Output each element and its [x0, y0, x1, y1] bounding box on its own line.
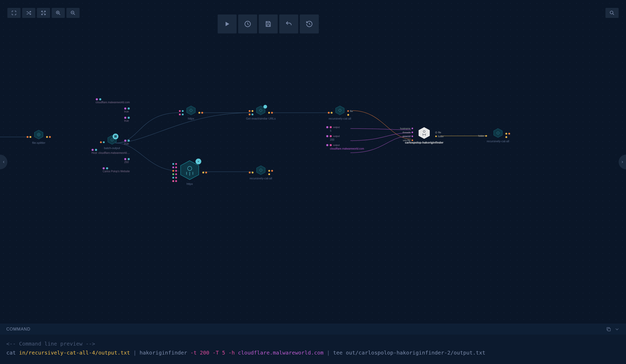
node-recursively-2[interactable]: recursively-cat-all	[250, 165, 272, 180]
zoom-in-button[interactable]	[52, 8, 65, 18]
expand-button[interactable]	[37, 8, 50, 18]
node-recursively-1[interactable]: file recursively-cat-all	[329, 105, 351, 120]
badge-icon	[195, 159, 201, 164]
svg-rect-8	[114, 135, 115, 136]
node-label: httpx	[186, 117, 196, 120]
svg-marker-20	[257, 166, 265, 175]
badge-icon	[113, 134, 118, 139]
status-dot	[263, 105, 267, 109]
schedule-button[interactable]	[238, 14, 257, 33]
view-controls-left	[7, 8, 80, 18]
svg-marker-14	[336, 106, 344, 115]
node-recursively-3[interactable]: recursively-cat-all	[487, 128, 509, 143]
node-batch-output[interactable]: batch-output	[104, 135, 120, 150]
command-title: COMMAND	[6, 327, 30, 332]
node-file-splitter[interactable]: file-splitter	[32, 130, 45, 144]
node-label: recursively-cat-all	[487, 140, 509, 143]
svg-rect-21	[608, 328, 610, 331]
history-button[interactable]	[300, 14, 319, 33]
node-layer: file-splitter cloudflare.malwareworld.co…	[0, 0, 626, 324]
recursively3-input-label: folder	[478, 135, 487, 137]
node-label: recursively-cat-all	[250, 177, 272, 180]
svg-marker-4	[35, 130, 43, 139]
node-label: file-splitter	[32, 141, 45, 144]
svg-point-3	[610, 11, 613, 14]
svg-rect-10	[114, 137, 115, 138]
command-body: <-- Command line preview --> cat in/recu…	[0, 335, 626, 364]
svg-marker-15	[419, 127, 429, 139]
node-label: httpx	[179, 182, 200, 185]
shuffle-button[interactable]	[22, 8, 35, 18]
search-button[interactable]	[605, 8, 619, 18]
hakorigin-outputs: file folder	[435, 131, 444, 138]
app: file-splitter cloudflare.malwareworld.co…	[0, 0, 626, 364]
svg-marker-17	[494, 129, 502, 137]
copy-icon[interactable]	[606, 327, 611, 332]
undo-button[interactable]	[279, 14, 298, 33]
node-label: recursively-cat-all	[329, 117, 351, 120]
node-httpx-2[interactable]: httpx	[179, 160, 200, 185]
save-button[interactable]	[259, 14, 278, 33]
svg-rect-9	[116, 135, 117, 136]
command-comment: <-- Command line preview -->	[6, 339, 620, 348]
command-line: cat in/recursively-cat-all-4/output.txt …	[6, 348, 620, 357]
node-httpx-1[interactable]: httpx	[186, 105, 196, 120]
svg-marker-18	[181, 161, 199, 180]
node-label: batch-output	[104, 146, 120, 150]
zoom-out-button[interactable]	[66, 8, 80, 18]
svg-rect-11	[116, 137, 117, 138]
chevron-down-icon[interactable]	[614, 327, 620, 332]
command-header: COMMAND	[0, 324, 626, 335]
hakorigin-params: output5 output200 outputcloudflare.malwa…	[326, 126, 364, 150]
node-get-urls[interactable]: Get exact/similar URLs	[246, 105, 276, 120]
node-label: carlospolop-hakoriginfinder	[405, 141, 443, 144]
canvas[interactable]: file-splitter cloudflare.malwareworld.co…	[0, 0, 626, 324]
node-label: Get exact/similar URLs	[246, 117, 276, 120]
svg-marker-12	[187, 106, 195, 115]
play-button[interactable]	[218, 14, 237, 33]
run-controls	[218, 14, 319, 33]
fullscreen-button[interactable]	[7, 8, 21, 18]
command-panel: COMMAND <-- Command line preview --> cat…	[0, 324, 626, 364]
search-control	[605, 8, 619, 18]
